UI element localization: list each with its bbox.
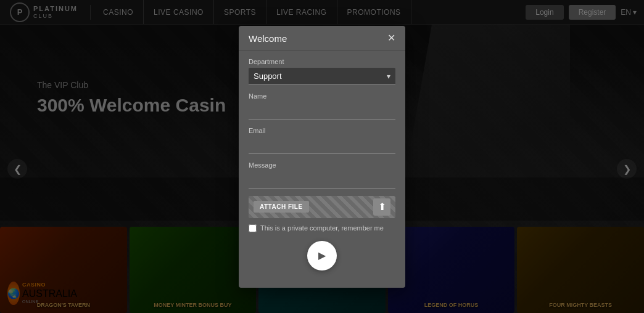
message-input[interactable] xyxy=(249,171,395,189)
message-field: Message xyxy=(249,161,395,189)
name-field: Name xyxy=(249,92,395,120)
department-field: Department Support Sales Technical ▾ xyxy=(249,58,395,85)
upload-icon[interactable]: ⬆ xyxy=(373,198,390,216)
email-field: Email xyxy=(249,127,395,154)
message-label: Message xyxy=(249,161,395,169)
submit-button[interactable] xyxy=(307,241,337,270)
name-label: Name xyxy=(249,92,395,100)
email-input[interactable] xyxy=(249,137,395,154)
submit-row xyxy=(249,241,395,270)
remember-row: This is a private computer, remember me xyxy=(249,224,395,232)
modal-body: Department Support Sales Technical ▾ Nam… xyxy=(239,51,405,278)
attach-file-button[interactable]: ATTACH FILE xyxy=(254,201,309,213)
name-input[interactable] xyxy=(249,102,395,120)
modal-overlay: Welcome ✕ Department Support Sales Techn… xyxy=(0,0,644,313)
department-select-wrapper: Support Sales Technical ▾ xyxy=(249,68,395,85)
modal-close-button[interactable]: ✕ xyxy=(387,33,395,43)
remember-label: This is a private computer, remember me xyxy=(260,224,384,232)
modal-title: Welcome xyxy=(249,33,287,44)
modal-header: Welcome ✕ xyxy=(239,26,405,51)
attach-area: ATTACH FILE ⬆ xyxy=(249,196,395,218)
welcome-modal: Welcome ✕ Department Support Sales Techn… xyxy=(239,26,405,288)
email-label: Email xyxy=(249,127,395,134)
department-select[interactable]: Support Sales Technical xyxy=(249,68,395,85)
department-label: Department xyxy=(249,58,395,65)
remember-checkbox[interactable] xyxy=(249,224,257,232)
